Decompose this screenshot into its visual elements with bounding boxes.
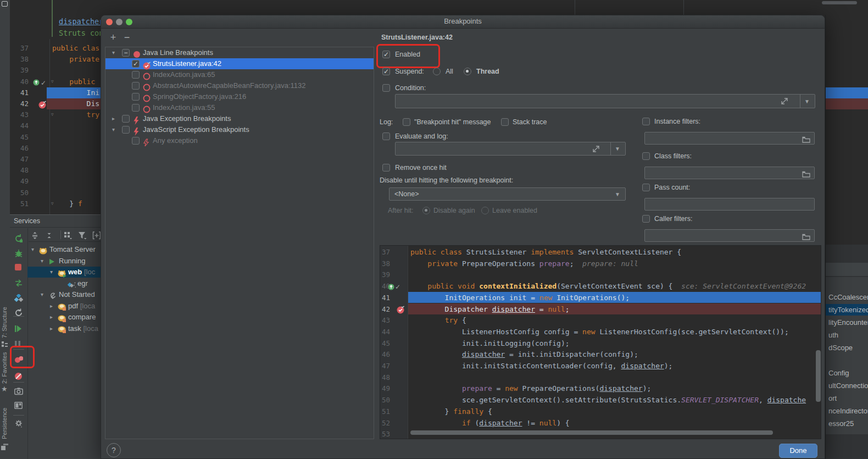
panel-band <box>826 434 868 459</box>
preview-line-number: 43 <box>382 316 390 324</box>
evaluate-checkbox[interactable] <box>382 132 390 140</box>
help-button[interactable]: ? <box>107 443 121 457</box>
done-button[interactable]: Done <box>779 444 817 458</box>
editor-h-scrollbar[interactable] <box>822 1 857 4</box>
structure-icon <box>2 339 8 345</box>
screenshot-icon[interactable] <box>14 386 23 396</box>
chevron-right-icon[interactable]: ▸ <box>50 312 53 323</box>
enabled-checkbox[interactable]: ✓ <box>382 51 390 58</box>
rerun-icon[interactable] <box>14 233 23 243</box>
chevron-down-icon[interactable]: ▾ <box>41 256 43 267</box>
filter-input[interactable] <box>644 132 815 145</box>
suspend-all-radio[interactable] <box>433 68 441 75</box>
log-message-checkbox[interactable] <box>403 118 410 126</box>
disable-until-select[interactable]: <None> ▼ <box>389 187 626 201</box>
bp-verified-icon[interactable] <box>397 305 405 315</box>
editor-split-divider <box>575 0 575 15</box>
chevron-right-icon[interactable]: ▸ <box>50 323 53 334</box>
services-tree-row[interactable]: ▸compare <box>27 312 101 323</box>
background-list-item[interactable]: ort <box>826 392 868 404</box>
code-line: Dis <box>52 99 99 108</box>
background-list-item[interactable]: essor25 <box>826 418 868 429</box>
filter-input[interactable] <box>644 167 815 179</box>
folder-icon[interactable] <box>802 135 810 145</box>
vertical-scrollbar[interactable] <box>816 350 821 402</box>
condition-history-arrow[interactable]: ▼ <box>804 98 810 104</box>
services-tree-row[interactable]: ▸pdf [loca <box>27 301 101 312</box>
filter-input[interactable] <box>644 229 815 242</box>
hot-swap-icon[interactable] <box>14 293 23 303</box>
class-filters-checkbox[interactable] <box>642 152 650 160</box>
bp-verified-icon[interactable] <box>38 99 47 109</box>
evaluate-history-arrow[interactable]: ▼ <box>615 146 620 152</box>
suspend-checkbox[interactable]: ✓ <box>382 68 390 75</box>
layout-icon[interactable] <box>14 401 23 411</box>
tool-window-icon[interactable] <box>2 1 8 7</box>
javadoc-line-2[interactable]: dispatcher <box>59 17 101 26</box>
services-tree-row[interactable]: ▾Tomcat Server <box>27 244 101 255</box>
code-line: private <box>52 55 99 63</box>
preview-code-line: sce.getServletContext().setAttribute(Str… <box>410 396 806 404</box>
filter-input[interactable] <box>644 198 815 211</box>
condition-input[interactable]: ▼ <box>395 94 815 108</box>
filter-icon[interactable] <box>78 230 87 240</box>
after-hit-leave-radio[interactable] <box>481 207 489 214</box>
preview-line-number: 47 <box>382 362 390 370</box>
collapse-all-icon[interactable] <box>45 230 54 240</box>
settings-icon[interactable] <box>14 418 23 428</box>
resume-icon[interactable] <box>14 324 23 334</box>
folder-icon[interactable] <box>802 170 810 180</box>
disable-until-arrow[interactable]: ▼ <box>615 191 620 197</box>
chevron-down-icon[interactable]: ▾ <box>50 267 53 278</box>
persistence-tool-label[interactable]: Persistence <box>1 403 8 439</box>
caller-filters-checkbox[interactable] <box>642 215 650 223</box>
background-list-item[interactable]: lityEncounter <box>826 317 868 328</box>
horizontal-scrollbar[interactable] <box>410 430 773 435</box>
log-stack-checkbox[interactable] <box>501 118 509 126</box>
expand-all-icon[interactable] <box>31 230 40 240</box>
gutter-line-number: 51 <box>10 200 29 208</box>
services-tree-row[interactable]: ▾web [loc <box>27 267 101 278</box>
services-tree-row[interactable]: ▾Running <box>27 256 101 267</box>
background-list-item[interactable]: Config <box>826 367 868 379</box>
javadoc-line-3: Struts configuration <box>59 29 101 37</box>
services-panel-title[interactable]: Services <box>14 217 40 225</box>
background-list-item[interactable]: tityTokenizedC <box>826 304 868 316</box>
annotation-box-breakpoints-icon <box>10 346 35 368</box>
restart-icon[interactable] <box>14 278 23 287</box>
mute-breakpoints-icon[interactable] <box>14 371 23 381</box>
preview-code-line: public class StrutsListener implements S… <box>410 248 681 256</box>
background-list-item[interactable]: ultConnection <box>826 380 868 391</box>
expand-field-icon[interactable] <box>592 145 600 155</box>
background-list-item[interactable]: uth <box>826 329 868 341</box>
remove-once-checkbox[interactable] <box>382 164 390 172</box>
expand-field-icon[interactable] <box>781 97 788 107</box>
stop-icon[interactable] <box>14 262 23 272</box>
chevron-down-icon[interactable]: ▾ <box>31 244 34 255</box>
pass-count-checkbox[interactable] <box>642 184 650 191</box>
background-list-item[interactable]: nceIndirector <box>826 405 868 417</box>
services-item-label: egr <box>77 278 88 289</box>
favorites-tool-label[interactable]: 2: Favorites <box>1 350 8 384</box>
enabled-label: Enabled <box>395 51 420 58</box>
services-tree-row[interactable]: ▸task [loca <box>27 323 101 334</box>
background-list-item[interactable]: dScope <box>826 342 868 353</box>
folder-icon[interactable] <box>802 233 810 242</box>
evaluate-input[interactable]: ▼ <box>395 142 626 156</box>
after-hit-disable-radio[interactable] <box>422 207 430 214</box>
instance-filters-checkbox[interactable] <box>642 118 650 125</box>
suspend-thread-radio[interactable] <box>464 68 471 75</box>
add-service-icon[interactable] <box>92 230 101 240</box>
services-item-label: compare <box>68 312 96 323</box>
services-tree-row[interactable]: egr <box>27 278 101 289</box>
preview-code-line: init.initStaticContentLoader(config, dis… <box>410 362 672 370</box>
condition-checkbox[interactable] <box>382 84 390 92</box>
debug-icon[interactable] <box>14 248 23 258</box>
chevron-down-icon[interactable]: ▾ <box>41 289 43 300</box>
gutter-line-number: 39 <box>10 66 29 74</box>
background-list-item[interactable]: CcCoalescer <box>826 291 868 303</box>
chevron-right-icon[interactable]: ▸ <box>50 301 53 312</box>
group-by-icon[interactable] <box>64 230 73 240</box>
services-tree-row[interactable]: ▾Not Started <box>27 289 101 300</box>
structure-tool-label[interactable]: 7: Structure <box>1 293 8 338</box>
